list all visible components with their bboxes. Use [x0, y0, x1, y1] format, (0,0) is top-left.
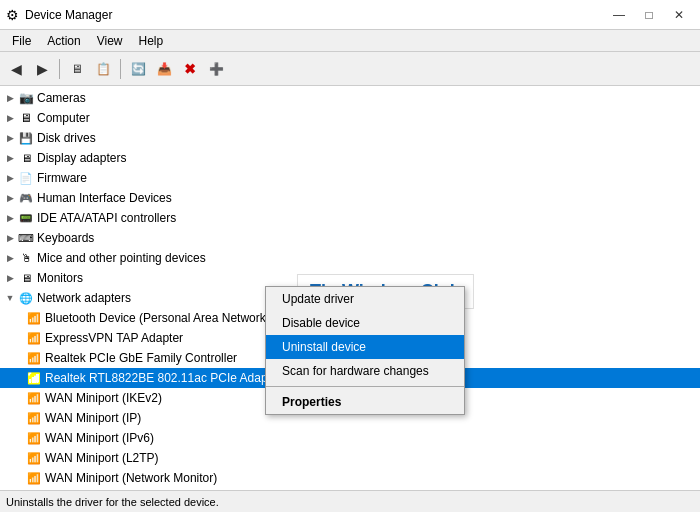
update-driver-button[interactable]: 📥 — [152, 57, 176, 81]
add-driver-button[interactable]: ➕ — [204, 57, 228, 81]
icon-wan-ipv6: 📶 — [26, 430, 42, 446]
icon-wan-ikev2: 📶 — [26, 390, 42, 406]
expander-network[interactable]: ▼ — [2, 290, 18, 306]
expander-ide[interactable]: ▶ — [2, 210, 18, 226]
icon-realtek-wlan: 📶 — [26, 370, 42, 386]
expander-disk[interactable]: ▶ — [2, 130, 18, 146]
label-disk: Disk drives — [37, 131, 96, 145]
tree-item-mice[interactable]: ▶ 🖱 Mice and other pointing devices — [0, 248, 700, 268]
window-icon: ⚙ — [6, 7, 19, 23]
computer-button[interactable]: 🖥 — [65, 57, 89, 81]
tree-item-cameras[interactable]: ▶ 📷 Cameras — [0, 88, 700, 108]
expander-display[interactable]: ▶ — [2, 150, 18, 166]
expander-blank-l2tp — [18, 450, 26, 466]
icon-realtek-gbe: 📶 — [26, 350, 42, 366]
tree-item-firmware[interactable]: ▶ 📄 Firmware — [0, 168, 700, 188]
icon-cameras: 📷 — [18, 90, 34, 106]
icon-network: 🌐 — [18, 290, 34, 306]
context-menu: Update driver Disable device Uninstall d… — [265, 286, 465, 415]
tree-item-disk[interactable]: ▶ 💾 Disk drives — [0, 128, 700, 148]
uninstall-button[interactable]: ✖ — [178, 57, 202, 81]
label-mice: Mice and other pointing devices — [37, 251, 206, 265]
icon-ide: 📟 — [18, 210, 34, 226]
tree-item-hid[interactable]: ▶ 🎮 Human Interface Devices — [0, 188, 700, 208]
forward-button[interactable]: ▶ — [30, 57, 54, 81]
tree-item-wan-pppoe[interactable]: 📶 WAN Miniport (PPPOE) — [0, 488, 700, 490]
icon-monitors: 🖥 — [18, 270, 34, 286]
label-computer: Computer — [37, 111, 90, 125]
label-wan-ip: WAN Miniport (IP) — [45, 411, 141, 425]
minimize-button[interactable]: — — [604, 4, 634, 26]
expander-blank-bt — [18, 310, 26, 326]
label-wan-ipv6: WAN Miniport (IPv6) — [45, 431, 154, 445]
context-update-driver[interactable]: Update driver — [266, 287, 464, 311]
tree-item-keyboards[interactable]: ▶ ⌨ Keyboards — [0, 228, 700, 248]
status-text: Uninstalls the driver for the selected d… — [6, 496, 219, 508]
label-wan-ikev2: WAN Miniport (IKEv2) — [45, 391, 162, 405]
tree-item-monitors[interactable]: ▶ 🖥 Monitors — [0, 268, 700, 288]
expander-blank-gbe — [18, 350, 26, 366]
menu-file[interactable]: File — [4, 32, 39, 50]
properties-button[interactable]: 📋 — [91, 57, 115, 81]
tree-item-display[interactable]: ▶ 🖥 Display adapters — [0, 148, 700, 168]
tree-item-ide[interactable]: ▶ 📟 IDE ATA/ATAPI controllers — [0, 208, 700, 228]
expander-blank-ipv6 — [18, 430, 26, 446]
label-bluetooth: Bluetooth Device (Personal Area Network) — [45, 311, 270, 325]
context-uninstall-device[interactable]: Uninstall device — [266, 335, 464, 359]
context-disable-device[interactable]: Disable device — [266, 311, 464, 335]
expander-mice[interactable]: ▶ — [2, 250, 18, 266]
expander-keyboards[interactable]: ▶ — [2, 230, 18, 246]
icon-bluetooth: 📶 — [26, 310, 42, 326]
maximize-button[interactable]: □ — [634, 4, 664, 26]
icon-firmware: 📄 — [18, 170, 34, 186]
expander-monitors[interactable]: ▶ — [2, 270, 18, 286]
tree-item-wan-ipv6[interactable]: 📶 WAN Miniport (IPv6) — [0, 428, 700, 448]
scan-button[interactable]: 🔄 — [126, 57, 150, 81]
expander-blank-monitor — [18, 470, 26, 486]
label-cameras: Cameras — [37, 91, 86, 105]
context-menu-separator — [266, 386, 464, 387]
title-controls: — □ ✕ — [604, 4, 694, 26]
toolbar-sep-2 — [120, 59, 121, 79]
label-display: Display adapters — [37, 151, 126, 165]
icon-wan-monitor: 📶 — [26, 470, 42, 486]
expander-firmware[interactable]: ▶ — [2, 170, 18, 186]
tree-item-wan-l2tp[interactable]: 📶 WAN Miniport (L2TP) — [0, 448, 700, 468]
label-monitors: Monitors — [37, 271, 83, 285]
expander-blank-wlan — [18, 370, 26, 386]
window-title: Device Manager — [25, 8, 112, 22]
toolbar: ◀ ▶ 🖥 📋 🔄 📥 ✖ ➕ — [0, 52, 700, 86]
menu-bar: File Action View Help — [0, 30, 700, 52]
expander-hid[interactable]: ▶ — [2, 190, 18, 206]
label-wan-l2tp: WAN Miniport (L2TP) — [45, 451, 159, 465]
device-tree[interactable]: ▶ 📷 Cameras ▶ 🖥 Computer ▶ 💾 Disk drives… — [0, 86, 700, 490]
tree-item-wan-monitor[interactable]: 📶 WAN Miniport (Network Monitor) — [0, 468, 700, 488]
back-button[interactable]: ◀ — [4, 57, 28, 81]
label-wan-monitor: WAN Miniport (Network Monitor) — [45, 471, 217, 485]
label-realtek-gbe: Realtek PCIe GbE Family Controller — [45, 351, 237, 365]
menu-help[interactable]: Help — [131, 32, 172, 50]
label-network: Network adapters — [37, 291, 131, 305]
menu-view[interactable]: View — [89, 32, 131, 50]
status-bar: Uninstalls the driver for the selected d… — [0, 490, 700, 512]
label-ide: IDE ATA/ATAPI controllers — [37, 211, 176, 225]
context-properties[interactable]: Properties — [266, 390, 464, 414]
icon-expressvpn: 📶 — [26, 330, 42, 346]
expander-blank-ip — [18, 410, 26, 426]
icon-wan-ip: 📶 — [26, 410, 42, 426]
icon-disk: 💾 — [18, 130, 34, 146]
label-expressvpn: ExpressVPN TAP Adapter — [45, 331, 183, 345]
title-bar: ⚙ Device Manager — □ ✕ — [0, 0, 700, 30]
icon-keyboards: ⌨ — [18, 230, 34, 246]
expander-blank-vpn — [18, 330, 26, 346]
context-scan-hardware[interactable]: Scan for hardware changes — [266, 359, 464, 383]
close-button[interactable]: ✕ — [664, 4, 694, 26]
tree-item-computer[interactable]: ▶ 🖥 Computer — [0, 108, 700, 128]
menu-action[interactable]: Action — [39, 32, 88, 50]
icon-display: 🖥 — [18, 150, 34, 166]
label-firmware: Firmware — [37, 171, 87, 185]
expander-computer[interactable]: ▶ — [2, 110, 18, 126]
expander-cameras[interactable]: ▶ — [2, 90, 18, 106]
label-realtek-wlan: Realtek RTL8822BE 802.11ac PCIe Adapt... — [45, 371, 281, 385]
label-hid: Human Interface Devices — [37, 191, 172, 205]
